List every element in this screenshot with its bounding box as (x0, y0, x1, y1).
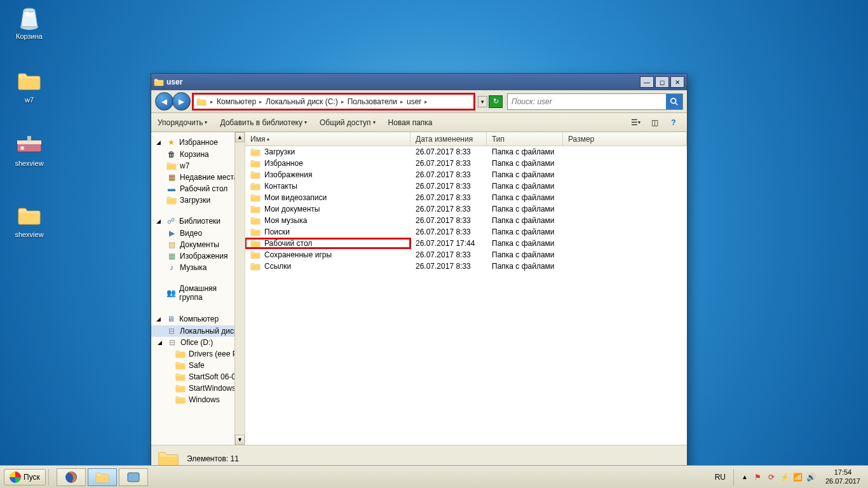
file-row[interactable]: Рабочий стол26.07.2017 17:44Папка с файл… (245, 238, 687, 249)
nav-item[interactable]: StartWindows (151, 383, 245, 394)
titlebar[interactable]: user — ◻ ✕ (151, 74, 687, 90)
search-input[interactable] (508, 94, 666, 109)
maximize-button[interactable]: ◻ (655, 76, 669, 88)
desktop-icon-shexview[interactable]: shexview (6, 131, 52, 167)
scroll-down-icon[interactable]: ▼ (235, 435, 245, 445)
desktop-icon-folder-w7[interactable]: w7 (6, 67, 52, 104)
file-name: Загрузки (264, 147, 295, 156)
taskbar-app[interactable] (119, 468, 148, 486)
chevron-right-icon[interactable]: ▸ (340, 98, 346, 105)
nav-item[interactable]: Загрузки (151, 194, 245, 206)
explorer-window: user — ◻ ✕ ◄ ► ▸ Компьютер ▸ Локальный д… (151, 73, 688, 472)
new-folder-button[interactable]: Новая папка (388, 118, 433, 127)
pictures-icon: ▦ (166, 252, 177, 261)
chevron-right-icon[interactable]: ▸ (258, 98, 264, 105)
column-type[interactable]: Тип (487, 132, 563, 146)
tray-flag-icon[interactable]: ⚑ (753, 472, 763, 482)
nav-scrollbar[interactable]: ▲ ▼ (234, 132, 245, 445)
folder-icon (250, 170, 261, 179)
address-dropdown[interactable]: ▾ (478, 96, 487, 107)
search-box[interactable] (507, 93, 683, 110)
nav-item[interactable]: ▦Изображения (151, 250, 245, 262)
file-row[interactable]: Моя музыка26.07.2017 8:33Папка с файлами (245, 215, 687, 226)
view-button[interactable]: ☰▾ (628, 117, 642, 128)
column-name[interactable]: Имя▴ (245, 132, 410, 146)
file-row[interactable]: Контакты26.07.2017 8:33Папка с файлами (245, 180, 687, 192)
nav-item[interactable]: ▬Рабочий стол (151, 183, 245, 194)
file-row[interactable]: Избранное26.07.2017 8:33Папка с файлами (245, 158, 687, 169)
column-date[interactable]: Дата изменения (410, 132, 487, 146)
breadcrumb-segment[interactable]: Пользователи (346, 97, 399, 106)
refresh-button[interactable]: ↻ (489, 95, 503, 108)
forward-button[interactable]: ► (172, 92, 191, 111)
minimize-button[interactable]: — (640, 76, 654, 88)
scroll-up-icon[interactable]: ▲ (235, 132, 245, 142)
nav-libraries[interactable]: ◢☍Библиотеки (151, 215, 245, 227)
taskbar-clock[interactable]: 17:54 26.07.2017 (822, 468, 864, 485)
nav-item[interactable]: Drivers (eee PC (151, 348, 245, 360)
tray-overflow-icon[interactable]: ▲ (742, 473, 748, 480)
file-row[interactable]: Поиски26.07.2017 8:33Папка с файлами (245, 226, 687, 238)
tray-sync-icon[interactable]: ⟳ (766, 472, 776, 482)
nav-item[interactable]: StartSoft 06-06- (151, 371, 245, 383)
address-bar[interactable]: ▸ Компьютер ▸ Локальный диск (C:) ▸ Поль… (192, 93, 475, 111)
nav-computer[interactable]: ◢🖥Компьютер (151, 313, 245, 325)
breadcrumb-segment[interactable]: Локальный диск (C:) (264, 97, 340, 106)
breadcrumb-segment[interactable]: Компьютер (215, 97, 258, 106)
nav-homegroup[interactable]: 👥Домашняя группа (151, 282, 245, 304)
tray-volume-icon[interactable]: 🔊 (806, 472, 817, 482)
tray-network-icon[interactable]: 📶 (793, 472, 803, 482)
desktop-icon-folder-shexview[interactable]: shexview (6, 202, 52, 238)
nav-item[interactable]: ▶Видео (151, 227, 245, 239)
file-row[interactable]: Мои документы26.07.2017 8:33Папка с файл… (245, 203, 687, 215)
desktop-icon-recycle-bin[interactable]: Корзина (6, 4, 52, 40)
file-name: Моя музыка (264, 216, 307, 225)
help-button[interactable]: ? (667, 117, 681, 128)
chevron-right-icon[interactable]: ▸ (209, 98, 215, 105)
nav-item[interactable]: Safe (151, 360, 245, 371)
include-library-button[interactable]: Добавить в библиотеку▾ (220, 118, 307, 127)
taskbar-app-explorer[interactable] (88, 468, 117, 486)
folder-icon (250, 250, 261, 259)
file-row[interactable]: Сохраненные игры26.07.2017 8:33Папка с ф… (245, 249, 687, 261)
file-row[interactable]: Загрузки26.07.2017 8:33Папка с файлами (245, 146, 687, 158)
file-row[interactable]: Ссылки26.07.2017 8:33Папка с файлами (245, 261, 687, 272)
share-button[interactable]: Общий доступ▾ (320, 118, 376, 127)
organize-button[interactable]: Упорядочить▾ (158, 118, 207, 127)
search-button[interactable] (666, 94, 682, 109)
nav-item[interactable]: w7 (151, 160, 245, 172)
file-row[interactable]: Мои видеозаписи26.07.2017 8:33Папка с фа… (245, 192, 687, 203)
taskbar-app-firefox[interactable] (57, 468, 86, 486)
chevron-right-icon[interactable]: ▸ (399, 98, 405, 105)
nav-item[interactable]: ▤Документы (151, 239, 245, 250)
file-name: Сохраненные игры (264, 250, 332, 259)
nav-favorites[interactable]: ◢★Избранное (151, 136, 245, 149)
file-row[interactable]: Изображения26.07.2017 8:33Папка с файлам… (245, 169, 687, 180)
folder-icon (250, 262, 261, 271)
nav-item[interactable]: 🗑Корзина (151, 149, 245, 160)
command-bar: Упорядочить▾ Добавить в библиотеку▾ Общи… (151, 113, 687, 132)
file-list-pane: Имя▴ Дата изменения Тип Размер Загрузки2… (245, 132, 687, 445)
file-name: Мои видеозаписи (264, 193, 327, 202)
column-size[interactable]: Размер (563, 132, 687, 146)
recent-icon: ▦ (166, 173, 177, 182)
nav-item-drive-d[interactable]: ◢⊟Ofice (D:) (151, 337, 245, 348)
back-button[interactable]: ◄ (155, 92, 173, 111)
nav-item[interactable]: ♪Музыка (151, 262, 245, 273)
folder-icon (175, 361, 186, 370)
svg-rect-7 (27, 136, 31, 141)
start-button[interactable]: Пуск (4, 469, 46, 485)
nav-item[interactable]: ▦Недавние места (151, 172, 245, 183)
tray-power-icon[interactable]: ⚡ (780, 472, 790, 482)
music-icon: ♪ (166, 263, 177, 272)
close-button[interactable]: ✕ (670, 76, 684, 88)
language-indicator[interactable]: RU (715, 473, 726, 482)
file-date: 26.07.2017 8:33 (410, 193, 487, 203)
breadcrumb-segment[interactable]: user (405, 97, 423, 106)
folder-icon (166, 161, 177, 170)
file-type: Папка с файлами (487, 250, 563, 260)
nav-item-drive-c[interactable]: ⊟Локальный диск ( (151, 325, 245, 337)
chevron-right-icon[interactable]: ▸ (423, 98, 429, 105)
nav-item[interactable]: Windows (151, 394, 245, 405)
preview-pane-button[interactable]: ◫ (648, 117, 661, 128)
